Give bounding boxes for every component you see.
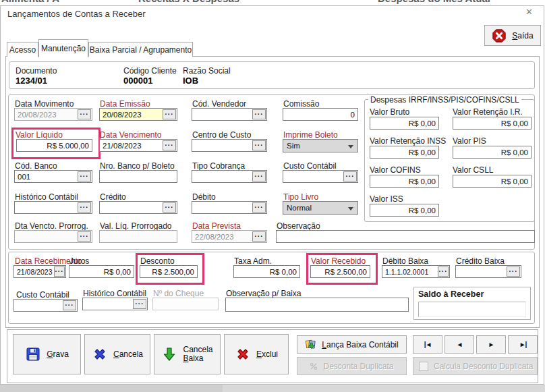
observacao-baixa-field[interactable] (225, 298, 409, 312)
backdrop-center-text: Receitas X Despesas (138, 0, 239, 4)
taxa-adm-field[interactable]: R$ 0,00 (233, 265, 300, 278)
valor-pis-label: Valor PIS (453, 137, 486, 146)
documento-value: 1234/01 (16, 76, 47, 86)
historico-contabil-baixa-field[interactable]: ··· (82, 298, 148, 310)
credito-ellipsis-button[interactable]: ··· (163, 202, 176, 213)
data-recebimento-ellipsis-button[interactable]: ··· (54, 267, 65, 277)
dta-vencto-prorrog-ellipsis-button[interactable]: ··· (78, 231, 91, 242)
exit-button[interactable]: Saída (484, 25, 541, 46)
juros-field[interactable]: R$ 0,00 (69, 265, 134, 278)
tipo-cobranca-ellipsis-button[interactable]: ··· (252, 171, 266, 181)
valor-iss-field[interactable]: R$ 0,00 (370, 204, 439, 217)
observacao-field[interactable] (276, 230, 535, 243)
custo-contabil-baixa-field[interactable]: ··· (13, 299, 78, 312)
nav-first-icon: |◄ (424, 341, 432, 348)
cancela-button[interactable]: Cancela (84, 334, 150, 374)
debito-baixa-field[interactable]: 1.1.1.02.0001··· (382, 265, 450, 278)
nro-banco-field[interactable] (99, 170, 177, 183)
nav-next-icon: ► (488, 341, 494, 348)
valor-csll-field[interactable]: R$ 0,00 (453, 175, 532, 188)
centro-custo-ellipsis-button[interactable]: ··· (252, 140, 266, 150)
valor-bruto-label: Valor Bruto (370, 108, 409, 117)
data-vencimento-value: 21/08/2023 (103, 142, 142, 150)
nav-first-button[interactable]: |◄ (413, 335, 442, 354)
valor-recebido-field[interactable]: R$ 2.500,00 (310, 265, 370, 278)
valor-recebido-value: R$ 2.500,00 (324, 268, 367, 276)
nav-last-button[interactable]: ►| (508, 335, 538, 354)
debito-baixa-ellipsis-button[interactable]: ··· (438, 267, 449, 277)
lanca-baixa-contabil-button[interactable]: Lança Baixa Contábil (297, 335, 407, 354)
centro-custo-field[interactable]: ··· (192, 139, 267, 152)
custo-contabil-field[interactable]: ··· (283, 170, 358, 183)
comissao-value: 0 (351, 111, 355, 119)
data-movimento-ellipsis-button[interactable]: ··· (78, 109, 91, 119)
red-x-icon (235, 346, 251, 362)
debito-ellipsis-button[interactable]: ··· (252, 202, 266, 213)
imprime-boleto-select[interactable]: Sim (283, 139, 358, 152)
cancela-baixa-line1: Cancela (183, 345, 212, 354)
data-emissao-ellipsis-button[interactable]: ··· (163, 109, 176, 119)
cancela-baixa-line2: Baixa (183, 354, 203, 363)
valor-pis-value: R$ 0,00 (501, 148, 528, 157)
data-vencimento-ellipsis-button[interactable]: ··· (163, 140, 176, 150)
data-vencimento-field[interactable]: 21/08/2023··· (99, 139, 177, 152)
imprime-boleto-value: Sim (287, 142, 300, 150)
tab-acesso[interactable]: Acesso (7, 42, 38, 57)
checkbox-icon[interactable] (419, 362, 428, 371)
valor-csll-label: Valor CSLL (453, 166, 493, 175)
data-prevista-field[interactable]: 22/08/2023··· (192, 230, 267, 243)
close-icon[interactable]: ✕ (525, 7, 533, 17)
tipo-livro-select[interactable]: Normal (283, 201, 358, 215)
comissao-field[interactable]: 0 (283, 108, 358, 121)
screen: Alimenta / A Receitas X Despesas Despesa… (0, 0, 545, 392)
valor-cofins-field[interactable]: R$ 0,00 (370, 175, 439, 188)
custo-contabil-baixa-ellipsis-button[interactable]: ··· (63, 300, 76, 310)
valor-retencao-ir-field[interactable]: R$ 0,00 (453, 117, 532, 130)
num-cheque-field[interactable] (152, 298, 219, 310)
desconto-field[interactable]: R$ 2.500,00 (140, 265, 198, 278)
nav-last-icon: ►| (519, 341, 527, 348)
nav-previous-button[interactable]: ◄ (444, 335, 474, 354)
credito-baixa-ellipsis-button[interactable]: ··· (507, 267, 520, 277)
tipo-cobranca-field[interactable]: ··· (192, 170, 267, 183)
dta-vencto-prorrog-field[interactable]: ··· (14, 230, 92, 243)
historico-contabil-ellipsis-button[interactable]: ··· (78, 202, 91, 213)
data-movimento-field[interactable]: 20/08/2023··· (14, 108, 92, 121)
data-recebimento-field[interactable]: 21/08/2023··· (13, 265, 66, 278)
tab-baixa-parcial[interactable]: Baixa Parcial / Agrupamento (88, 42, 193, 57)
exclui-button[interactable]: Exclui (224, 334, 289, 374)
data-prevista-ellipsis-button[interactable]: ··· (252, 231, 266, 242)
historico-contabil-field[interactable]: ··· (14, 201, 92, 214)
valor-pis-field[interactable]: R$ 0,00 (453, 146, 532, 159)
valor-retencao-ir-label: Valor Retenção I.R. (453, 108, 523, 117)
calcula-desconto-duplicata-option: Calcula Desconto Duplicata (413, 357, 538, 375)
grava-button[interactable]: Grava (13, 334, 81, 374)
val-liq-prorrogado-field[interactable] (99, 230, 177, 243)
codigo-cliente-value: 000001 (123, 76, 152, 86)
cancela-button-label: Cancela (113, 349, 143, 359)
exclui-button-label: Exclui (256, 349, 278, 359)
nav-next-button[interactable]: ► (476, 335, 506, 354)
cod-banco-value: 001 (18, 173, 30, 181)
cancela-baixa-button[interactable]: CancelaBaixa (154, 334, 221, 374)
cod-banco-ellipsis-button[interactable]: ··· (78, 171, 91, 181)
tab-manutencao[interactable]: Manutenção (38, 39, 88, 57)
debito-field[interactable]: ··· (192, 201, 267, 214)
historico-contabil-baixa-ellipsis-button[interactable]: ··· (133, 299, 146, 309)
valor-retencao-inss-field[interactable]: R$ 0,00 (370, 146, 439, 159)
documento-label: Documento (16, 67, 57, 76)
exit-button-label: Saída (512, 31, 533, 40)
valor-bruto-field[interactable]: R$ 0,00 (370, 117, 439, 130)
cod-vendedor-ellipsis-button[interactable]: ··· (252, 109, 266, 119)
data-emissao-field[interactable]: 20/08/2023··· (99, 108, 177, 121)
despesas-group-title: Despesas IRRF/INSS/PIS/COFINS/CSLL (368, 95, 521, 105)
credito-field[interactable]: ··· (99, 201, 177, 214)
tab-acesso-label: Acesso (9, 45, 36, 55)
custo-contabil-ellipsis-button[interactable]: ··· (343, 171, 357, 181)
cod-vendedor-field[interactable]: ··· (192, 108, 267, 121)
backdrop-right-text: Despesas do Mês Atual (378, 0, 490, 4)
credito-baixa-field[interactable]: ··· (455, 265, 521, 278)
valor-liquido-field[interactable]: R$ 5.000,00 (16, 139, 92, 152)
cod-banco-field[interactable]: 001··· (14, 170, 92, 183)
grava-button-label: Grava (47, 349, 69, 359)
